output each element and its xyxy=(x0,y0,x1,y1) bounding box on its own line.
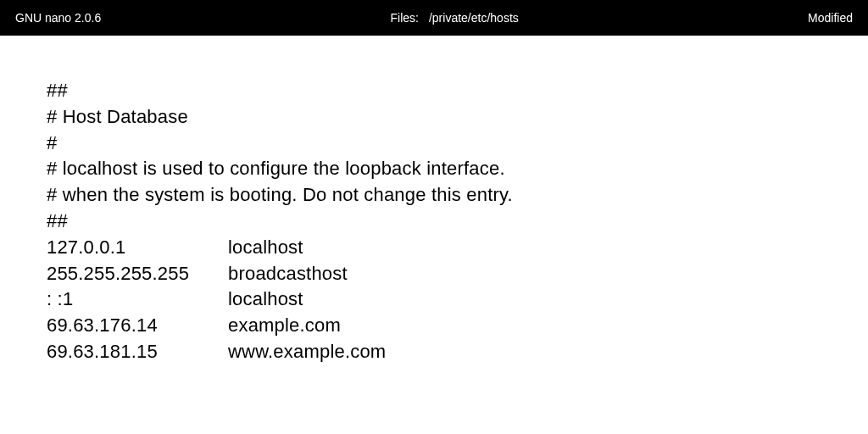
entry-host: broadcasthost xyxy=(228,261,821,287)
app-name: GNU nano 2.0.6 xyxy=(15,11,101,25)
entry-ip: 127.0.0.1 xyxy=(47,235,228,261)
comment-line: # localhost is used to configure the loo… xyxy=(47,156,821,182)
file-label: Files: xyxy=(390,11,418,25)
entry-ip: : :1 xyxy=(47,287,228,313)
comment-line: # xyxy=(47,131,821,157)
comment-line: ## xyxy=(47,78,821,104)
entry-ip: 255.255.255.255 xyxy=(47,261,228,287)
entry-ip: 69.63.176.14 xyxy=(47,313,228,339)
entry-host: localhost xyxy=(228,287,821,313)
file-info: Files: /private/etc/hosts xyxy=(101,11,808,25)
host-entry: 255.255.255.255 broadcasthost xyxy=(47,261,821,287)
comment-line: # when the system is booting. Do not cha… xyxy=(47,182,821,209)
modified-status: Modified xyxy=(808,11,853,25)
entry-host: localhost xyxy=(228,235,821,261)
entry-host: www.example.com xyxy=(228,339,821,365)
comment-line: ## xyxy=(47,209,821,235)
host-entry: 69.63.181.15 www.example.com xyxy=(47,339,821,365)
entry-ip: 69.63.181.15 xyxy=(47,339,228,365)
comment-line: # Host Database xyxy=(47,104,821,131)
host-entry: 69.63.176.14 example.com xyxy=(47,313,821,339)
editor-header: GNU nano 2.0.6 Files: /private/etc/hosts… xyxy=(0,0,868,36)
editor-content[interactable]: ## # Host Database # # localhost is used… xyxy=(0,36,868,365)
entry-host: example.com xyxy=(228,313,821,339)
host-entry: 127.0.0.1 localhost xyxy=(47,235,821,261)
host-entry: : :1 localhost xyxy=(47,287,821,313)
file-path: /private/etc/hosts xyxy=(429,11,519,25)
